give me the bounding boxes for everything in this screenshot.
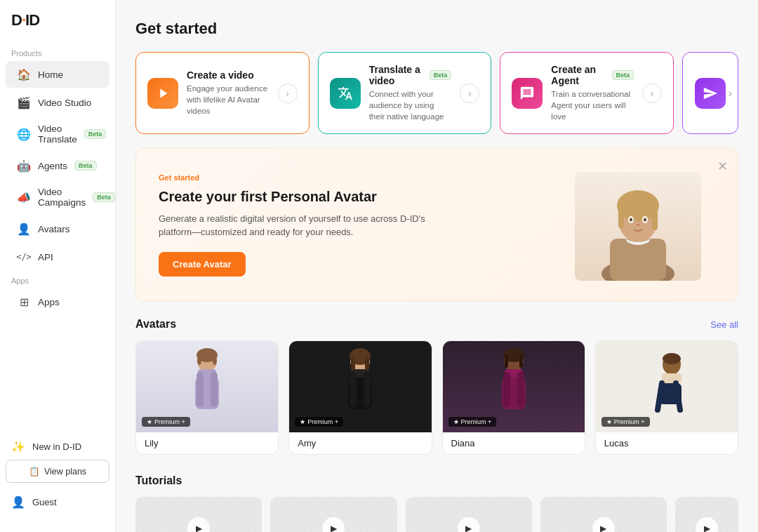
lily-name: Lily bbox=[136, 432, 278, 454]
diana-premium-badge: ★Premium + bbox=[448, 417, 497, 427]
video-campaigns-icon: 📣 bbox=[17, 190, 31, 204]
express-play: ▶ bbox=[592, 517, 615, 532]
translate-video-arrow: › bbox=[460, 84, 479, 103]
sidebar-item-guest-label: Guest bbox=[32, 497, 57, 507]
tutorial-card-5[interactable]: ▶ How to t… 🎬 01:03 bbox=[675, 497, 738, 532]
diana-name: Diana bbox=[443, 432, 585, 454]
studio-play: ▶ bbox=[458, 517, 480, 532]
sidebar-item-video-studio[interactable]: 🎬 Video Studio bbox=[6, 89, 109, 116]
guest-icon: 👤 bbox=[11, 495, 25, 509]
view-plans-icon: 📋 bbox=[29, 466, 40, 477]
card-create-video[interactable]: Create a video Engage your audience with… bbox=[135, 52, 310, 134]
create-agent-content: Create an Agent Beta Train a conversatio… bbox=[551, 64, 634, 122]
banner-desc: Generate a realistic digital version of … bbox=[159, 212, 453, 239]
banner-close-button[interactable]: ✕ bbox=[717, 159, 728, 174]
create-avatar-button[interactable]: Create Avatar bbox=[159, 252, 246, 277]
sidebar-item-new-in-did-label: New in D-ID bbox=[32, 441, 81, 452]
agents-icon: 🤖 bbox=[17, 159, 31, 173]
sidebar-item-home[interactable]: 🏠 Home bbox=[6, 61, 109, 88]
sidebar-item-video-campaigns[interactable]: 📣 Video Campaigns Beta bbox=[6, 180, 109, 214]
avatar-card-diana[interactable]: ★Premium + Diana bbox=[442, 340, 585, 455]
avatars-icon: 👤 bbox=[17, 222, 31, 236]
banner-tag: Get started bbox=[159, 173, 453, 182]
sidebar-item-new-in-did[interactable]: ✨ New in D-ID bbox=[6, 433, 109, 460]
view-plans-button[interactable]: 📋 View plans bbox=[6, 460, 109, 483]
avatars-section-header: Avatars See all bbox=[135, 318, 738, 331]
tutorial-card-agents[interactable]: ▶ Agents overview 🎬 01:49 bbox=[270, 497, 397, 532]
avatars-section-title: Avatars bbox=[135, 318, 176, 331]
avatar-card-lucas[interactable]: ★Premium + Lucas bbox=[595, 340, 738, 455]
banner-title: Create your first Personal Avatar bbox=[159, 189, 453, 205]
svg-rect-7 bbox=[652, 206, 658, 230]
svg-rect-24 bbox=[364, 372, 371, 407]
agents-play: ▶ bbox=[322, 517, 345, 532]
new-in-did-icon: ✨ bbox=[11, 439, 25, 453]
products-section-label: Products bbox=[0, 44, 115, 60]
create-agent-title: Create an Agent bbox=[551, 64, 604, 86]
svg-rect-23 bbox=[350, 372, 357, 407]
svg-rect-16 bbox=[211, 372, 218, 407]
banner-avatar-svg bbox=[575, 172, 701, 281]
sidebar-item-video-translate-label: Video Translate bbox=[38, 124, 77, 145]
lily-premium-badge: ★Premium + bbox=[142, 417, 190, 427]
banner-avatar-image bbox=[561, 168, 715, 281]
more-icon bbox=[695, 78, 726, 109]
svg-rect-6 bbox=[618, 207, 624, 228]
banner-content: Get started Create your first Personal A… bbox=[159, 173, 453, 277]
card-create-agent[interactable]: Create an Agent Beta Train a conversatio… bbox=[500, 52, 674, 134]
avatar-card-amy[interactable]: ★Premium + Amy bbox=[288, 340, 432, 455]
lucas-name: Lucas bbox=[596, 432, 738, 454]
svg-point-19 bbox=[213, 357, 217, 365]
tutorials-section-title: Tutorials bbox=[135, 474, 182, 487]
diana-image: ★Premium + bbox=[443, 341, 585, 432]
t5-thumb: ▶ bbox=[675, 497, 738, 532]
lucas-image: ★Premium + bbox=[596, 341, 738, 432]
create-agent-badge: Beta bbox=[612, 70, 634, 80]
svg-point-10 bbox=[630, 218, 632, 222]
view-plans-label: View plans bbox=[44, 467, 86, 477]
sidebar-item-apps[interactable]: ⊞ Apps bbox=[6, 288, 109, 315]
translate-video-badge: Beta bbox=[430, 70, 452, 80]
amy-name: Amy bbox=[289, 432, 431, 454]
lily-figure bbox=[182, 347, 232, 427]
tutorial-card-express[interactable]: ▶ How to create your Express avatar? 🎬 0… bbox=[540, 497, 667, 532]
card-translate-video[interactable]: Translate a video Beta Connect with your… bbox=[318, 52, 492, 134]
home-icon: 🏠 bbox=[17, 67, 31, 81]
studio-thumb: ▶ bbox=[406, 497, 532, 532]
sidebar-item-video-translate[interactable]: 🌐 Video Translate Beta bbox=[6, 117, 109, 151]
tutorial-card-studio[interactable]: ▶ Studio overview 🎬 02:28 bbox=[406, 497, 532, 532]
video-translate-icon: 🌐 bbox=[17, 127, 31, 141]
agents-thumb: ▶ bbox=[270, 497, 397, 532]
avatars-see-all[interactable]: See all bbox=[710, 319, 738, 330]
amy-image: ★Premium + bbox=[289, 341, 431, 432]
create-video-icon bbox=[147, 78, 178, 109]
svg-rect-35 bbox=[519, 355, 523, 368]
amy-figure bbox=[335, 347, 385, 427]
sidebar-item-apps-label: Apps bbox=[38, 297, 60, 307]
avatar-card-lily[interactable]: ★Premium + Lily bbox=[135, 340, 279, 455]
personal-avatar-banner: Get started Create your first Personal A… bbox=[135, 148, 738, 301]
express-thumb: ▶ bbox=[540, 497, 667, 532]
sidebar-item-api[interactable]: </> API bbox=[6, 244, 109, 270]
tutorial-card-welcome[interactable]: ▶ Welcome to D-ID 🎬 01:15 bbox=[135, 497, 262, 532]
svg-point-41 bbox=[663, 353, 681, 364]
sidebar-item-agents[interactable]: 🤖 Agents Beta bbox=[6, 152, 109, 179]
create-video-desc: Engage your audience with lifelike AI Av… bbox=[187, 83, 270, 117]
sidebar-bottom: ✨ New in D-ID 📋 View plans 👤 Guest bbox=[0, 427, 115, 521]
svg-rect-37 bbox=[662, 373, 681, 383]
svg-rect-26 bbox=[351, 357, 355, 371]
sidebar-item-agents-label: Agents bbox=[38, 161, 67, 171]
sidebar-item-video-studio-label: Video Studio bbox=[38, 98, 91, 108]
svg-rect-34 bbox=[505, 355, 508, 368]
sidebar-item-guest[interactable]: 👤 Guest bbox=[6, 488, 109, 515]
diana-figure bbox=[489, 347, 538, 427]
sidebar-item-home-label: Home bbox=[38, 69, 63, 80]
sidebar-item-video-campaigns-label: Video Campaigns bbox=[38, 187, 86, 208]
sidebar-item-avatars-label: Avatars bbox=[38, 224, 70, 234]
lucas-premium-badge: ★Premium + bbox=[601, 417, 650, 427]
get-started-cards: Create a video Engage your audience with… bbox=[135, 52, 738, 134]
card-more[interactable]: › bbox=[682, 52, 738, 134]
avatars-grid: ★Premium + Lily ★Premium + bbox=[135, 340, 738, 455]
sidebar-item-avatars[interactable]: 👤 Avatars bbox=[6, 215, 109, 242]
create-video-title: Create a video bbox=[187, 69, 270, 81]
